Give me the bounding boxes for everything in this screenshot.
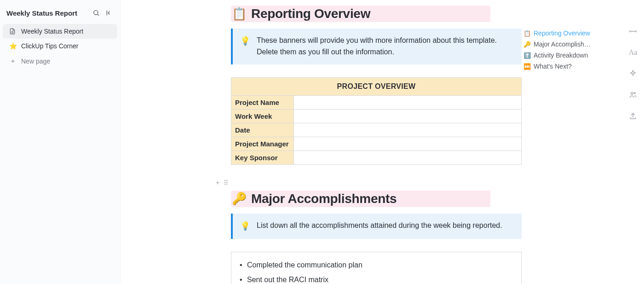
document-content: 📋 Reporting Overview 💡 These banners wil… — [231, 6, 522, 284]
outline-panel: 📋 Reporting Overview 🔑 Major Accomplish…… — [523, 28, 592, 72]
svg-point-9 — [634, 93, 635, 94]
svg-point-8 — [631, 93, 633, 95]
table-row: Date — [231, 123, 522, 137]
outline-item-activity-breakdown[interactable]: ⬆️ Activity Breakdown — [523, 50, 592, 61]
heading-text: Reporting Overview — [251, 6, 370, 21]
callout-info[interactable]: 💡 List down all the accomplishments atta… — [231, 214, 522, 239]
row-value[interactable] — [294, 123, 522, 137]
clipboard-icon: 📋 — [232, 7, 247, 21]
outline-label: Major Accomplish… — [534, 41, 591, 48]
star-icon: ⭐ — [9, 42, 17, 50]
typography-icon[interactable]: Aa — [627, 47, 638, 58]
bulb-icon: 💡 — [240, 220, 250, 233]
callout-text: List down all the accomplishments attain… — [257, 220, 502, 233]
block-handles: ＋ ⠿ — [214, 179, 229, 187]
svg-point-0 — [94, 11, 98, 15]
outline-item-reporting-overview[interactable]: 📋 Reporting Overview — [523, 28, 592, 39]
row-label: Key Sponsor — [231, 151, 294, 164]
heading-reporting-overview[interactable]: 📋 Reporting Overview — [231, 6, 490, 22]
key-icon: 🔑 — [232, 191, 247, 206]
table-row: Key Sponsor — [231, 151, 522, 164]
collaborators-icon[interactable] — [627, 89, 638, 100]
row-value[interactable] — [294, 109, 522, 123]
accomplishments-block[interactable]: Completed the communication plan Sent ou… — [231, 252, 522, 284]
up-arrow-icon: ⬆️ — [523, 52, 531, 59]
doc-icon — [9, 28, 17, 35]
key-icon: 🔑 — [523, 41, 531, 48]
document-main: 📋 Reporting Overview 💡 These banners wil… — [121, 0, 622, 284]
row-label: Project Manager — [231, 137, 294, 151]
sidebar-item-clickup-tips[interactable]: ⭐ ClickUp Tips Corner — [3, 39, 117, 53]
row-label: Work Week — [231, 109, 294, 123]
right-rail: Aa — [622, 0, 644, 284]
project-overview-table[interactable]: PROJECT OVERVIEW Project Name Work Week … — [231, 77, 522, 165]
search-icon[interactable] — [92, 8, 101, 17]
table-row: Work Week — [231, 109, 522, 123]
sidebar-item-weekly-status-report[interactable]: Weekly Status Report — [3, 24, 117, 39]
row-label: Date — [231, 123, 294, 137]
drag-handle-icon[interactable]: ⠿ — [223, 179, 229, 187]
table-header: PROJECT OVERVIEW — [231, 77, 522, 95]
sidebar-item-label: Weekly Status Report — [21, 28, 83, 35]
width-toggle-icon[interactable] — [627, 26, 638, 37]
outline-item-major-accomplishments[interactable]: 🔑 Major Accomplish… — [523, 39, 592, 50]
row-value[interactable] — [294, 137, 522, 151]
sidebar-header: Weekly Status Report — [0, 8, 120, 24]
heading-major-accomplishments[interactable]: 🔑 Major Accomplishments — [231, 191, 490, 207]
sidebar-items: Weekly Status Report ⭐ ClickUp Tips Corn… — [0, 24, 120, 69]
row-value[interactable] — [294, 95, 522, 109]
sidebar-item-new-page[interactable]: ＋ New page — [3, 53, 117, 69]
bulb-icon: 💡 — [240, 35, 250, 58]
outline-label: Activity Breakdown — [534, 52, 588, 59]
workspace-title: Weekly Status Report — [6, 9, 88, 17]
clipboard-icon: 📋 — [523, 30, 531, 37]
sidebar-item-label: ClickUp Tips Corner — [21, 42, 78, 50]
row-value[interactable] — [294, 151, 522, 164]
callout-info[interactable]: 💡 These banners will provide you with mo… — [231, 29, 522, 64]
outline-label: What's Next? — [534, 63, 572, 70]
next-icon: ⏭️ — [523, 63, 531, 70]
list-item[interactable]: Completed the communication plan — [236, 258, 513, 272]
export-icon[interactable] — [627, 110, 638, 122]
outline-item-whats-next[interactable]: ⏭️ What's Next? — [523, 61, 592, 72]
sidebar-item-label: New page — [21, 58, 50, 65]
svg-line-1 — [98, 14, 99, 16]
row-label: Project Name — [231, 95, 294, 109]
ai-icon[interactable] — [627, 68, 638, 79]
add-block-icon[interactable]: ＋ — [214, 179, 221, 187]
heading-text: Major Accomplishments — [251, 191, 397, 206]
table-row: Project Manager — [231, 137, 522, 151]
plus-icon: ＋ — [9, 57, 17, 65]
bullet-list: Completed the communication plan Sent ou… — [236, 258, 513, 284]
list-item[interactable]: Sent out the RACI matrix — [236, 272, 513, 284]
sidebar: Weekly Status Report Weekly Status Repor… — [0, 0, 121, 284]
outline-label: Reporting Overview — [534, 29, 590, 37]
table-row: Project Name — [231, 95, 522, 109]
collapse-sidebar-icon[interactable] — [104, 8, 114, 17]
callout-text: These banners will provide you with more… — [257, 35, 514, 58]
